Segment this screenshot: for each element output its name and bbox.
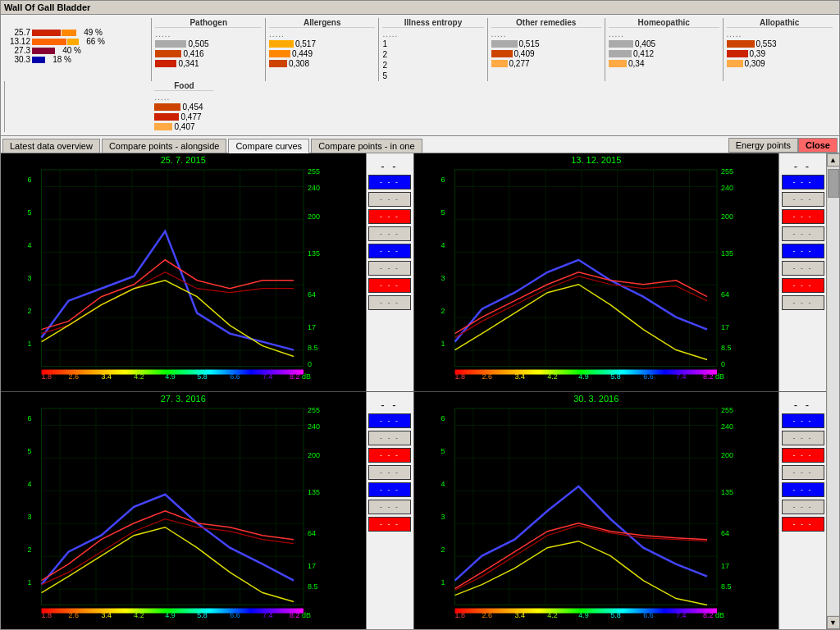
chart-4-title: 30. 3. 2016 bbox=[573, 394, 619, 404]
svg-text:1: 1 bbox=[441, 578, 445, 586]
legend-2-gray3[interactable]: - - - bbox=[782, 261, 824, 276]
close-button[interactable]: Close bbox=[798, 138, 838, 153]
legend-3-red2[interactable]: - - - bbox=[368, 517, 411, 532]
pathogen-col: Pathogen ..... 0,505 0,416 0,341 bbox=[152, 18, 264, 81]
svg-text:135: 135 bbox=[720, 249, 733, 258]
svg-text:6: 6 bbox=[28, 176, 32, 184]
chart-2-legend: - - - - - - - - - - - - - - - - - bbox=[778, 153, 826, 391]
svg-text:17: 17 bbox=[720, 323, 728, 331]
chart-1-legend: - - - - - - - - - - - - - - - - - bbox=[366, 153, 413, 391]
charts-area: 25. 7. 2015 6 5 4 3 2 bbox=[1, 153, 839, 629]
svg-text:240: 240 bbox=[720, 422, 733, 430]
svg-text:200: 200 bbox=[720, 212, 733, 221]
chart-3-svg: 6 5 4 3 2 1 255 240 200 135 64 17 8.5 bbox=[1, 392, 366, 630]
pathogen-dot-1: ..... bbox=[155, 30, 261, 39]
chart-4-svg: 6 5 4 3 2 1 255 240 200 135 64 17 8.5 bbox=[414, 392, 779, 630]
tab-latest-data[interactable]: Latest data overview bbox=[2, 139, 100, 153]
allo-row-3: 0,39 bbox=[727, 49, 833, 58]
legend-1-gray4[interactable]: - - - bbox=[368, 295, 411, 310]
legend-4-red[interactable]: - - - bbox=[782, 448, 824, 463]
svg-text:2: 2 bbox=[441, 545, 445, 553]
scroll-thumb[interactable] bbox=[828, 169, 839, 198]
svg-rect-83 bbox=[454, 408, 716, 605]
legend-2-blue[interactable]: - - - bbox=[782, 175, 824, 189]
allo-row-2: 0,553 bbox=[727, 39, 833, 48]
svg-rect-25 bbox=[42, 370, 304, 375]
legend-3-gray[interactable]: - - - bbox=[368, 431, 411, 445]
scroll-up-button[interactable]: ▲ bbox=[827, 153, 840, 167]
svg-text:3: 3 bbox=[28, 512, 32, 520]
svg-text:200: 200 bbox=[720, 450, 733, 459]
legend-4-red2[interactable]: - - - bbox=[782, 517, 824, 532]
legend-3-red[interactable]: - - - bbox=[368, 448, 411, 463]
illness-title: Illness entropy bbox=[382, 18, 483, 28]
svg-text:255: 255 bbox=[720, 405, 733, 413]
svg-text:3: 3 bbox=[441, 512, 445, 520]
svg-text:4: 4 bbox=[28, 241, 32, 249]
illness-dot-1: ..... bbox=[382, 30, 483, 39]
energy-points-button[interactable]: Energy points bbox=[728, 138, 798, 153]
homeo-dot-1: ..... bbox=[609, 30, 719, 39]
chart-3: 27. 3. 2016 bbox=[1, 392, 413, 630]
allo-dot-1: ..... bbox=[727, 30, 833, 39]
meas-row-4: 30.3 18 % bbox=[7, 55, 148, 64]
legend-1-blue[interactable]: - - - bbox=[368, 175, 411, 189]
legend-1-gray3[interactable]: - - - bbox=[368, 261, 411, 276]
legend-1-blue2[interactable]: - - - bbox=[368, 244, 411, 258]
legend-2-gray4[interactable]: - - - bbox=[782, 295, 824, 310]
legend-3-gray2[interactable]: - - - bbox=[368, 465, 411, 480]
svg-text:200: 200 bbox=[308, 212, 320, 221]
tab-compare-in-one[interactable]: Compare points - in one bbox=[311, 139, 422, 153]
svg-text:0: 0 bbox=[720, 360, 724, 368]
svg-text:17: 17 bbox=[720, 561, 728, 569]
illness-val-2: 2 bbox=[382, 49, 483, 60]
svg-text:240: 240 bbox=[308, 184, 320, 192]
legend-4-blue[interactable]: - - - bbox=[782, 413, 824, 428]
header-panel: 25.7 49 % 13.12 66 % 27.3 bbox=[1, 15, 839, 136]
legend-1-red[interactable]: - - - bbox=[368, 209, 411, 224]
legend-3-gray3[interactable]: - - - bbox=[368, 500, 411, 514]
legend-4-blue2[interactable]: - - - bbox=[782, 482, 824, 497]
svg-text:240: 240 bbox=[308, 422, 320, 430]
svg-text:255: 255 bbox=[308, 167, 320, 176]
pathogen-row-3: 0,416 bbox=[155, 49, 261, 58]
svg-text:64: 64 bbox=[308, 528, 316, 536]
food-col: Food ..... 0,454 0,477 0,407 bbox=[151, 81, 217, 132]
allergens-row-2: 0,517 bbox=[269, 39, 375, 48]
legend-2-gray[interactable]: - - - bbox=[782, 192, 824, 207]
chart-1-svg: 6 5 4 3 2 1 255 240 200 135 64 bbox=[1, 153, 366, 391]
svg-text:240: 240 bbox=[720, 184, 733, 192]
svg-text:5: 5 bbox=[28, 208, 32, 217]
svg-text:0: 0 bbox=[308, 360, 312, 368]
legend-1-red2[interactable]: - - - bbox=[368, 278, 411, 293]
legend-2-gray2[interactable]: - - - bbox=[782, 226, 824, 241]
svg-text:6: 6 bbox=[441, 413, 445, 422]
other-row-4: 0,277 bbox=[491, 59, 601, 68]
legend-4-gray2[interactable]: - - - bbox=[782, 465, 824, 480]
svg-text:17: 17 bbox=[308, 323, 316, 331]
svg-text:135: 135 bbox=[720, 487, 733, 495]
legend-2-red2[interactable]: - - - bbox=[782, 278, 824, 293]
legend-4-gray[interactable]: - - - bbox=[782, 431, 824, 445]
chart-4: 30. 3. 2016 bbox=[414, 392, 827, 630]
legend-3-blue2[interactable]: - - - bbox=[368, 482, 411, 497]
svg-text:8.5: 8.5 bbox=[720, 344, 730, 352]
scroll-down-button[interactable]: ▼ bbox=[827, 616, 840, 629]
legend-3-blue[interactable]: - - - bbox=[368, 413, 411, 428]
svg-text:8.5: 8.5 bbox=[308, 582, 317, 590]
svg-text:1: 1 bbox=[28, 340, 32, 348]
legend-2-red[interactable]: - - - bbox=[782, 209, 824, 224]
legend-4-gray3[interactable]: - - - bbox=[782, 500, 824, 514]
svg-text:3: 3 bbox=[441, 274, 445, 282]
svg-text:2: 2 bbox=[28, 545, 32, 553]
other-row-2: 0,515 bbox=[491, 39, 601, 48]
svg-rect-51 bbox=[454, 370, 716, 375]
legend-2-blue2[interactable]: - - - bbox=[782, 244, 824, 258]
homeo-row-4: 0,34 bbox=[609, 59, 719, 68]
tab-compare-alongside[interactable]: Compare points - alongside bbox=[102, 139, 227, 153]
legend-1-gray2[interactable]: - - - bbox=[368, 226, 411, 241]
legend-1-gray[interactable]: - - - bbox=[368, 192, 411, 207]
homeo-row-3: 0,412 bbox=[609, 49, 719, 58]
svg-rect-76 bbox=[42, 608, 304, 613]
tab-compare-curves[interactable]: Compare curves bbox=[228, 139, 309, 153]
